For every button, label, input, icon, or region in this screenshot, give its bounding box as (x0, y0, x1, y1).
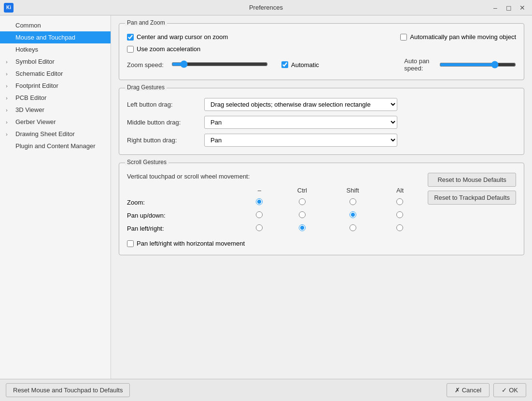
automatic-checkbox[interactable] (281, 61, 288, 68)
scroll-radio-0-2[interactable] (350, 198, 356, 205)
right-drag-label: Right button drag: (127, 137, 204, 144)
middle-drag-select[interactable]: Pan (204, 116, 397, 129)
auto-pan-checkbox[interactable] (400, 34, 407, 41)
sidebar-item-gerber-viewer[interactable]: ›Gerber Viewer (0, 116, 111, 128)
col-shift: Shift (325, 185, 379, 196)
sidebar-item-footprint-editor[interactable]: ›Footprint Editor (0, 80, 111, 92)
zoom-accel-label[interactable]: Use zoom acceleration (127, 45, 200, 53)
minimize-button[interactable]: – (490, 2, 501, 14)
sidebar-item-common[interactable]: Common (0, 19, 111, 31)
sidebar-item-hotkeys[interactable]: Hotkeys (0, 43, 111, 55)
sidebar-item-label: Common (15, 22, 41, 29)
scroll-radio-cell (325, 222, 379, 235)
bottom-right-buttons: ✗ Cancel ✓ OK (447, 383, 526, 397)
sidebar-item-plugin-content-manager[interactable]: Plugin and Content Manager (0, 140, 111, 152)
auto-pan-row: Automatically pan while moving object (400, 33, 516, 41)
sidebar-item-schematic-editor[interactable]: ›Schematic Editor (0, 68, 111, 80)
chevron-icon: › (6, 83, 14, 89)
scroll-gestures-label: Scroll Gestures (125, 159, 168, 166)
scroll-layout: Vertical touchpad or scroll wheel moveme… (127, 173, 516, 247)
scroll-radio-1-2[interactable] (350, 211, 356, 218)
reset-mouse-touchpad-button[interactable]: Reset Mouse and Touchpad to Defaults (6, 383, 130, 397)
drag-gestures-label: Drag Gestures (125, 84, 167, 91)
sidebar-item-label: Symbol Editor (15, 58, 55, 65)
sidebar-item-label: Gerber Viewer (15, 118, 56, 125)
sidebar: CommonMouse and TouchpadHotkeys›Symbol E… (0, 15, 111, 379)
auto-pan-speed-row: Auto pan speed: (404, 57, 516, 72)
left-drag-row: Left button drag: Drag selected objects;… (127, 98, 516, 111)
auto-pan-speed-slider[interactable] (439, 61, 516, 69)
scroll-table-area: Vertical touchpad or scroll wheel moveme… (127, 173, 420, 247)
scroll-radio-2-1[interactable] (299, 224, 306, 231)
scroll-radio-1-3[interactable] (396, 211, 403, 218)
chevron-icon: › (6, 59, 14, 65)
chevron-icon: › (6, 71, 14, 77)
table-row: Zoom: (127, 196, 420, 209)
zoom-speed-slider-container (171, 60, 268, 69)
main-content: CommonMouse and TouchpadHotkeys›Symbol E… (0, 15, 532, 379)
sidebar-item-label: Footprint Editor (15, 82, 58, 89)
scroll-radio-cell (380, 222, 420, 235)
scroll-buttons: Reset to Mouse Defaults Reset to Trackpa… (428, 173, 516, 247)
scroll-radio-2-2[interactable] (350, 224, 356, 231)
scroll-gestures-section: Scroll Gestures Vertical touchpad or scr… (119, 163, 524, 255)
scroll-radio-1-1[interactable] (299, 211, 306, 218)
zoom-accel-checkbox[interactable] (127, 46, 134, 53)
sidebar-item-drawing-sheet-editor[interactable]: ›Drawing Sheet Editor (0, 128, 111, 140)
cancel-icon: ✗ (455, 387, 460, 394)
sidebar-item-label: Mouse and Touchpad (15, 34, 75, 41)
scroll-radio-cell (240, 209, 279, 222)
sidebar-item-symbol-editor[interactable]: ›Symbol Editor (0, 55, 111, 68)
scroll-row-label: Zoom: (127, 196, 240, 209)
sidebar-item-3d-viewer[interactable]: ›3D Viewer (0, 104, 111, 116)
table-row: Pan left/right: (127, 222, 420, 235)
sidebar-item-label: PCB Editor (15, 94, 46, 101)
window-title: Preferences (249, 4, 283, 11)
scroll-radio-cell (380, 209, 420, 222)
scroll-radio-0-0[interactable] (256, 198, 263, 205)
sidebar-item-pcb-editor[interactable]: ›PCB Editor (0, 92, 111, 104)
pan-zoom-row2: Use zoom acceleration (127, 45, 516, 53)
sidebar-item-mouse-touchpad[interactable]: Mouse and Touchpad (0, 31, 111, 43)
right-drag-row: Right button drag: Pan (127, 134, 516, 147)
center-warp-checkbox[interactable] (127, 34, 134, 41)
scroll-radio-cell (240, 196, 279, 209)
scroll-radio-2-3[interactable] (396, 224, 403, 231)
right-drag-select[interactable]: Pan (204, 134, 397, 147)
sidebar-item-label: 3D Viewer (15, 106, 44, 113)
reset-trackpad-button[interactable]: Reset to Trackpad Defaults (428, 191, 516, 205)
cancel-button[interactable]: ✗ Cancel (447, 383, 490, 397)
scroll-radio-0-1[interactable] (299, 198, 306, 205)
scroll-radio-cell (279, 209, 325, 222)
maximize-button[interactable]: ◻ (503, 2, 515, 14)
col-default: – (240, 185, 279, 196)
center-warp-label[interactable]: Center and warp cursor on zoom (127, 33, 228, 41)
sidebar-item-label: Hotkeys (15, 46, 38, 53)
zoom-speed-slider[interactable] (171, 60, 268, 68)
chevron-icon: › (6, 107, 14, 113)
automatic-row: Automatic (281, 61, 319, 69)
pan-lr-horizontal-checkbox[interactable] (127, 240, 134, 247)
scroll-radio-cell (279, 222, 325, 235)
scroll-table: – Ctrl Shift Alt Zoom:Pan up/down:Pan le… (127, 185, 420, 235)
scroll-radio-0-3[interactable] (396, 198, 403, 205)
chevron-icon: › (6, 119, 14, 125)
chevron-icon: › (6, 95, 14, 101)
table-row: Pan up/down: (127, 209, 420, 222)
titlebar: Ki Preferences – ◻ ✕ (0, 0, 532, 15)
scroll-radio-cell (325, 196, 379, 209)
middle-drag-row: Middle button drag: Pan (127, 116, 516, 129)
close-button[interactable]: ✕ (517, 2, 528, 14)
pan-lr-horizontal-label[interactable]: Pan left/right with horizontal movement (127, 240, 420, 247)
left-drag-label: Left button drag: (127, 101, 204, 108)
ok-button[interactable]: ✓ OK (493, 383, 526, 397)
chevron-icon: › (6, 131, 14, 137)
ok-icon: ✓ (502, 387, 507, 394)
col-ctrl: Ctrl (279, 185, 325, 196)
scroll-radio-cell (240, 222, 279, 235)
scroll-row-label: Pan up/down: (127, 209, 240, 222)
left-drag-select[interactable]: Drag selected objects; otherwise draw se… (204, 98, 397, 111)
scroll-radio-2-0[interactable] (256, 224, 263, 231)
reset-mouse-button[interactable]: Reset to Mouse Defaults (428, 173, 516, 187)
scroll-radio-1-0[interactable] (256, 211, 263, 218)
